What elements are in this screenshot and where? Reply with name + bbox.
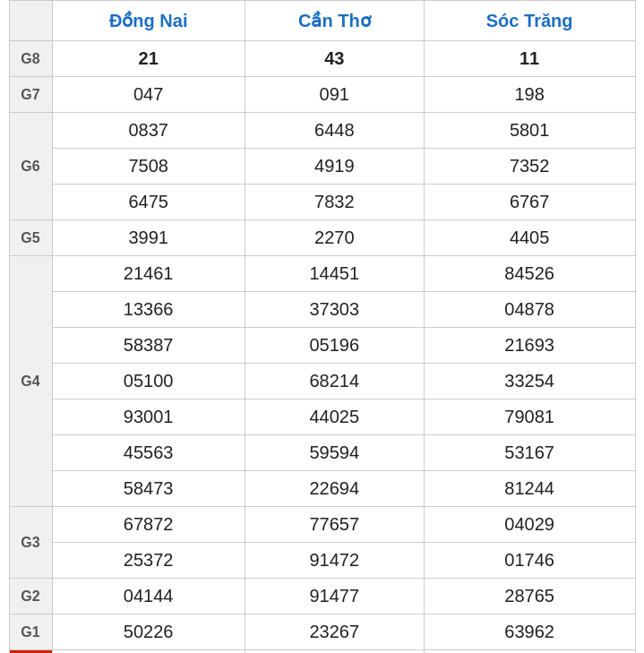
cell-g4-6-1: 22694 [245,471,424,507]
cell-G3-1-0: 25372 [52,543,245,579]
prize-row-G1: G1502262326763962 [9,614,635,650]
cell-G1-2: 63962 [424,614,635,650]
prize-row-g4-0: G4214611445184526 [9,256,635,292]
header-row: Đồng Nai Cần Thơ Sóc Trăng [9,1,635,41]
cell-g4-5-2: 53167 [424,435,635,471]
cell-G1-0: 50226 [52,614,245,650]
cell-G3-1-2: 01746 [424,543,635,579]
cell-G8-0: 21 [52,41,245,77]
cell-g4-5-1: 59594 [245,435,424,471]
cell-G6-1-1: 4919 [245,149,424,185]
cell-g4-2-2: 21693 [424,328,635,364]
cell-g4-0-2: 84526 [424,256,635,292]
cell-G6-0-1: 6448 [245,113,424,149]
label-G6: G6 [9,113,52,220]
cell-G3-0-0: 67872 [52,507,245,543]
prize-row-G7: G7047091198 [9,77,635,113]
label-DB: DBBA [9,650,52,654]
label-G8: G8 [9,41,52,77]
cell-G6-0-0: 0837 [52,113,245,149]
cell-G2-1: 91477 [245,579,424,614]
label-g4: G4 [9,256,52,507]
cell-DB-2: 741976 [424,650,635,654]
cell-g4-4-1: 44025 [245,400,424,435]
cell-G7-2: 198 [424,77,635,113]
prize-row-G6-2: 647578326767 [9,185,635,220]
prize-row-g4-4: 930014402579081 [9,400,635,435]
cell-g4-2-0: 58387 [52,328,245,364]
prize-row-g4-2: 583870519621693 [9,328,635,364]
cell-G2-0: 04144 [52,579,245,614]
label-G3: G3 [9,507,52,579]
cell-g4-1-1: 37303 [245,292,424,328]
prize-row-G3-0: G3678727765704029 [9,507,635,543]
cell-g4-3-1: 68214 [245,364,424,400]
prize-row-G6-1: 750849197352 [9,149,635,185]
cell-g4-6-2: 81244 [424,471,635,507]
prize-row-G3-1: 253729147201746 [9,543,635,579]
label-G2: G2 [9,579,52,614]
cell-G6-0-2: 5801 [424,113,635,149]
cell-G5-0: 3991 [52,220,245,256]
cell-G7-1: 091 [245,77,424,113]
cell-g4-0-0: 21461 [52,256,245,292]
prize-row-G2: G2041449147728765 [9,579,635,614]
label-G7: G7 [9,77,52,113]
cell-g4-0-1: 14451 [245,256,424,292]
prize-row-g4-6: 584732269481244 [9,471,635,507]
cell-g4-4-0: 93001 [52,400,245,435]
cell-G7-0: 047 [52,77,245,113]
label-G5: G5 [9,220,52,256]
header-col2: Cần Thơ [245,1,424,41]
header-col3: Sóc Trăng [424,1,635,41]
cell-G8-1: 43 [245,41,424,77]
cell-G6-2-0: 6475 [52,185,245,220]
cell-G6-2-2: 6767 [424,185,635,220]
prize-row-g4-5: 455635959453167 [9,435,635,471]
cell-G3-1-1: 91472 [245,543,424,579]
cell-G6-2-1: 7832 [245,185,424,220]
cell-G5-1: 2270 [245,220,424,256]
cell-G3-0-1: 77657 [245,507,424,543]
cell-G8-2: 11 [424,41,635,77]
prize-row-DB: DBBA074215268642741976 [9,650,635,654]
cell-g4-1-2: 04878 [424,292,635,328]
cell-G3-0-2: 04029 [424,507,635,543]
cell-g4-5-0: 45563 [52,435,245,471]
cell-G6-1-0: 7508 [52,149,245,185]
prize-row-g4-1: 133663730304878 [9,292,635,328]
cell-g4-3-0: 05100 [52,364,245,400]
cell-g4-4-2: 79081 [424,400,635,435]
prize-row-G8: G8214311 [9,41,635,77]
cell-G5-2: 4405 [424,220,635,256]
cell-G6-1-2: 7352 [424,149,635,185]
cell-G1-1: 23267 [245,614,424,650]
cell-g4-3-2: 33254 [424,364,635,400]
label-G1: G1 [9,614,52,650]
prize-row-g4-3: 051006821433254 [9,364,635,400]
header-empty [9,1,52,41]
header-col1: Đồng Nai [52,1,245,41]
cell-G2-2: 28765 [424,579,635,614]
cell-DB-0: 074215 [52,650,245,654]
prize-row-G5: G5399122704405 [9,220,635,256]
prize-row-G6-0: G6083764485801 [9,113,635,149]
cell-DB-1: 268642 [245,650,424,654]
cell-g4-1-0: 13366 [52,292,245,328]
cell-g4-2-1: 05196 [245,328,424,364]
cell-g4-6-0: 58473 [52,471,245,507]
lottery-table: Đồng Nai Cần Thơ Sóc Trăng G8214311G7047… [9,0,636,653]
